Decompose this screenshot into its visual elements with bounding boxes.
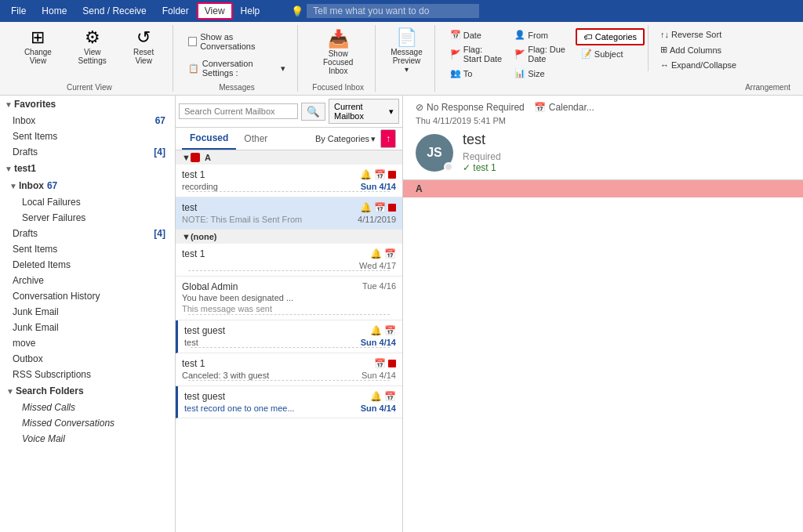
arrange-by-size[interactable]: 📊 Size	[509, 67, 572, 80]
to-label: To	[463, 69, 473, 78]
mailbox-dropdown[interactable]: Current Mailbox ▾	[329, 99, 399, 124]
menu-help[interactable]: Help	[233, 2, 268, 20]
change-view-label: Change View	[18, 48, 58, 65]
menu-folder[interactable]: Folder	[154, 2, 197, 20]
size-label: Size	[528, 69, 544, 78]
sidebar-item-drafts-fav[interactable]: Drafts [4]	[0, 144, 175, 160]
email-icons-6: 📅	[374, 358, 396, 369]
reset-view-label: Reset View	[127, 48, 161, 65]
arrange-by-from[interactable]: 👤 From	[509, 28, 572, 42]
inbox-collapse-icon: ▼	[9, 182, 17, 190]
no-response-icon: ⊘	[416, 102, 423, 113]
sidebar-item-voice-mail[interactable]: Voice Mail	[0, 431, 175, 447]
search-folders-header[interactable]: ▼ Search Folders	[0, 382, 175, 400]
conversation-settings-btn[interactable]: 📋 Conversation Settings : ▾	[183, 56, 291, 80]
sidebar-item-drafts[interactable]: Drafts [4]	[0, 226, 175, 241]
arrange-by-subject[interactable]: 📝 Subject	[576, 47, 645, 60]
email-item-test-note[interactable]: test 🔔 📅 NOTE: This Email is Sent From 4…	[176, 197, 402, 230]
reading-sender-row: JS test Required ✓ test 1	[416, 132, 790, 173]
reset-view-button[interactable]: ↺ Reset View	[122, 25, 166, 69]
email-icons-2: 🔔 📅	[360, 202, 396, 213]
expand-collapse-button[interactable]: ↔ Expand/Collapse	[655, 59, 742, 71]
arrange-by-date[interactable]: 📅 Date	[445, 28, 508, 42]
sidebar-item-sent-fav[interactable]: Sent Items	[0, 128, 175, 144]
tell-me-search[interactable]: 💡	[291, 4, 479, 18]
email-list: ▼ A test 1 🔔 📅 recording Sun 4/14	[176, 150, 402, 532]
menu-file[interactable]: File	[3, 2, 34, 20]
reading-body	[403, 197, 803, 532]
show-conversations-checkbox[interactable]	[188, 37, 197, 46]
change-view-button[interactable]: ⊞ Change View	[13, 25, 64, 69]
account-collapse-icon: ▼	[5, 165, 13, 173]
tab-other[interactable]: Other	[236, 128, 275, 149]
sidebar-item-rss[interactable]: RSS Subscriptions	[0, 367, 175, 382]
red-category-2	[388, 204, 396, 212]
email-item-test1-recording[interactable]: test 1 🔔 📅 recording Sun 4/14	[176, 165, 402, 197]
menu-send-receive[interactable]: Send / Receive	[74, 2, 154, 20]
email-search-button[interactable]: 🔍	[301, 103, 325, 121]
sidebar-item-conv-history[interactable]: Conversation History	[0, 288, 175, 304]
required-value: ✓ test 1	[463, 162, 501, 173]
sidebar-item-move[interactable]: move	[0, 335, 175, 351]
sidebar-item-outbox[interactable]: Outbox	[0, 351, 175, 367]
sidebar: ▼ Favorites Inbox 67 Sent Items Drafts […	[0, 96, 176, 532]
favorites-header[interactable]: ▼ Favorites	[0, 96, 175, 113]
category-header-none[interactable]: ▼ (none)	[176, 230, 402, 244]
add-columns-button[interactable]: ⊞ Add Columns	[655, 43, 742, 56]
email-item-test1-canceled[interactable]: test 1 📅 Canceled: 3 with guest Sun 4/14	[176, 353, 402, 386]
sent-fav-label: Sent Items	[13, 131, 57, 142]
email-item-test-guest-2[interactable]: test guest 🔔 📅 test record one to one me…	[176, 386, 402, 418]
email-item-test1-wed[interactable]: test 1 🔔 📅 Wed 4/17	[176, 244, 402, 277]
arrange-by-flag-due[interactable]: 🚩 Flag: Due Date	[509, 43, 572, 65]
email-item-test-guest-1[interactable]: test guest 🔔 📅 test Sun 4/14	[176, 320, 402, 353]
red-category-1	[388, 171, 396, 179]
arrange-by-to[interactable]: 👥 To	[445, 67, 508, 80]
junk1-label: Junk Email	[13, 306, 59, 317]
sidebar-item-archive[interactable]: Archive	[0, 273, 175, 288]
tab-focused[interactable]: Focused	[182, 128, 236, 150]
categories-icon: 🏷	[583, 32, 592, 42]
sidebar-item-local-failures[interactable]: Local Failures	[0, 194, 175, 210]
date-recording: Sun 4/14	[361, 182, 396, 191]
email-search-input[interactable]	[179, 103, 298, 119]
to-icon: 👥	[450, 68, 461, 78]
move-label: move	[13, 338, 35, 349]
category-a-label: A	[205, 153, 211, 162]
category-dropdown[interactable]: By Categories ▾	[311, 131, 380, 147]
focused-inbox-group-label: Focused Inbox	[312, 80, 364, 92]
collapse-none-icon: ▼	[182, 232, 191, 241]
show-focused-inbox-button[interactable]: 📥 ShowFocused Inbox	[307, 25, 369, 79]
sender-test-guest-2: test guest	[184, 391, 225, 402]
sort-up-button[interactable]: ↑	[380, 129, 396, 148]
sidebar-item-inbox-fav[interactable]: Inbox 67	[0, 113, 175, 128]
sidebar-item-sent[interactable]: Sent Items	[0, 241, 175, 257]
sidebar-item-junk-2[interactable]: Junk Email	[0, 320, 175, 335]
favorites-label: Favorites	[14, 99, 56, 110]
category-header-a[interactable]: ▼ A	[176, 150, 402, 165]
arrange-by-categories-button[interactable]: 🏷 Categories	[576, 28, 645, 45]
arrange-by-flag-start[interactable]: 🚩 Flag: Start Date	[445, 43, 508, 65]
sidebar-item-server-failures[interactable]: Server Failures	[0, 210, 175, 226]
flag-due-icon: 🚩	[514, 49, 525, 60]
sidebar-item-missed-calls[interactable]: Missed Calls	[0, 400, 175, 415]
reverse-sort-button[interactable]: ↑↓ Reverse Sort	[655, 28, 742, 41]
sidebar-item-junk-1[interactable]: Junk Email	[0, 304, 175, 320]
menu-home[interactable]: Home	[34, 2, 74, 20]
sidebar-item-deleted[interactable]: Deleted Items	[0, 257, 175, 273]
account-header[interactable]: ▼ test1	[0, 160, 175, 177]
bell-icon-7: 🔔	[370, 391, 382, 402]
calendar-link[interactable]: 📅 Calendar...	[534, 102, 594, 113]
menu-view[interactable]: View	[197, 2, 233, 20]
category-dropdown-icon: ▾	[371, 134, 376, 144]
account-inbox-header[interactable]: ▼ Inbox 67	[0, 177, 175, 194]
conv-settings-dropdown-icon: ▾	[281, 63, 285, 74]
view-settings-button[interactable]: ⚙ View Settings	[67, 25, 118, 69]
sidebar-item-missed-conversations[interactable]: Missed Conversations	[0, 415, 175, 431]
email-item-global-admin[interactable]: Global Admin Tue 4/16 You have been desi…	[176, 277, 402, 320]
tell-me-input[interactable]	[307, 4, 479, 18]
message-preview-button[interactable]: 📄 MessagePreview ▾	[385, 25, 428, 78]
view-settings-label: View Settings	[72, 48, 113, 65]
rss-label: RSS Subscriptions	[13, 369, 91, 380]
show-as-conversations-btn[interactable]: Show as Conversations	[183, 30, 291, 53]
date-test-guest-2: Sun 4/14	[361, 404, 396, 413]
